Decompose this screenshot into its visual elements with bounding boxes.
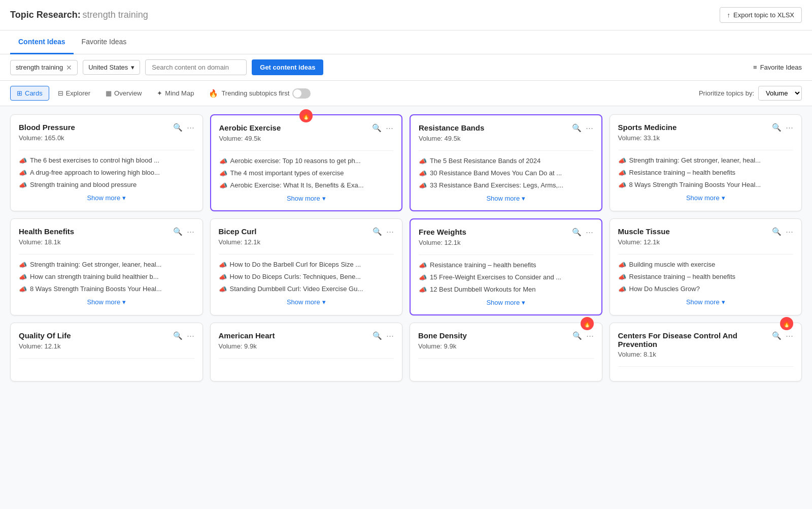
- search-icon[interactable]: 🔍: [772, 123, 782, 132]
- card-content-item: 📣 Resistance training – health benefits: [618, 169, 794, 177]
- card-volume: Volume: 49.5k: [419, 135, 593, 142]
- search-icon[interactable]: 🔍: [572, 123, 582, 133]
- more-icon[interactable]: ⋯: [187, 331, 194, 340]
- view-mindmap-button[interactable]: ✦ Mind Map: [150, 86, 200, 101]
- view-overview-button[interactable]: ▦ Overview: [99, 86, 148, 101]
- show-more-button[interactable]: Show more ▾: [219, 195, 394, 202]
- megaphone-icon: 📣: [618, 285, 626, 293]
- card-divider: [419, 254, 593, 255]
- search-icon[interactable]: 🔍: [173, 331, 183, 340]
- more-icon[interactable]: ⋯: [187, 123, 194, 132]
- view-explorer-button[interactable]: ⊟ Explorer: [51, 86, 97, 101]
- search-icon[interactable]: 🔍: [372, 123, 382, 133]
- megaphone-icon: 📣: [419, 170, 427, 177]
- card-content-item: 📣 Aerobic exercise: Top 10 reasons to ge…: [219, 157, 394, 165]
- card-item: Muscle Tissue 🔍 ⋯ Volume: 12.1k 📣 Buildi…: [610, 218, 802, 315]
- domain-search-input[interactable]: [145, 59, 247, 75]
- megaphone-icon: 📣: [219, 285, 227, 293]
- card-header: Health Benefits 🔍 ⋯: [19, 227, 194, 236]
- more-icon[interactable]: ⋯: [786, 227, 793, 236]
- show-more-button[interactable]: Show more ▾: [19, 298, 194, 306]
- card-content-item: 📣 Building muscle with exercise: [618, 261, 794, 269]
- more-icon[interactable]: ⋯: [187, 227, 194, 236]
- clear-search-button[interactable]: ✕: [66, 63, 72, 72]
- export-button[interactable]: ↑ Export topic to XLSX: [720, 7, 802, 23]
- card-volume: Volume: 49.5k: [219, 135, 394, 142]
- megaphone-icon: 📣: [618, 261, 626, 269]
- search-icon[interactable]: 🔍: [572, 331, 582, 340]
- card-item: Sports Medicine 🔍 ⋯ Volume: 33.1k 📣 Stre…: [610, 114, 802, 211]
- megaphone-icon: 📣: [19, 181, 27, 189]
- favorite-ideas-link[interactable]: ≡ Favorite Ideas: [753, 63, 802, 71]
- show-more-button[interactable]: Show more ▾: [219, 298, 394, 306]
- card-content-item: 📣 8 Ways Strength Training Boosts Your H…: [618, 181, 794, 189]
- card-volume: Volume: 12.1k: [618, 238, 794, 246]
- country-dropdown[interactable]: United States ▾: [83, 60, 140, 75]
- card-divider: [19, 150, 194, 150]
- trending-toggle[interactable]: [292, 88, 311, 99]
- megaphone-icon: 📣: [618, 273, 626, 281]
- view-cards-button[interactable]: ⊞ Cards: [10, 86, 49, 101]
- search-icon[interactable]: 🔍: [572, 228, 582, 237]
- chevron-down-icon: ▾: [722, 298, 725, 306]
- search-icon[interactable]: 🔍: [373, 331, 382, 340]
- controls-bar: strength training ✕ United States ▾ Get …: [0, 54, 812, 81]
- card-title: Free Weights: [419, 228, 466, 236]
- more-icon[interactable]: ⋯: [386, 331, 394, 340]
- mindmap-icon: ✦: [157, 89, 162, 97]
- search-icon[interactable]: 🔍: [173, 227, 183, 236]
- card-item: Blood Pressure 🔍 ⋯ Volume: 165.0k 📣 The …: [10, 114, 203, 211]
- card-content-item: 📣 30 Resistance Band Moves You Can Do at…: [419, 169, 593, 177]
- card-title: Sports Medicine: [618, 123, 677, 132]
- card-divider: [219, 150, 394, 151]
- megaphone-icon: 📣: [618, 157, 626, 165]
- card-title: Quality Of Life: [19, 331, 71, 340]
- fire-badge: 🔥: [299, 109, 313, 122]
- megaphone-icon: 📣: [219, 157, 227, 165]
- show-more-button[interactable]: Show more ▾: [419, 195, 593, 202]
- card-content-item: 📣 Resistance training – health benefits: [618, 273, 794, 281]
- card-content-item: 📣 How to Do the Barbell Curl for Biceps …: [219, 261, 394, 269]
- card-volume: Volume: 12.1k: [419, 239, 593, 246]
- card-header: American Heart 🔍 ⋯: [219, 331, 394, 340]
- show-more-button[interactable]: Show more ▾: [618, 298, 794, 306]
- card-volume: Volume: 12.1k: [219, 238, 394, 246]
- card-volume: Volume: 33.1k: [618, 134, 794, 142]
- tab-favorite-ideas[interactable]: Favorite Ideas: [74, 30, 135, 54]
- tab-content-ideas[interactable]: Content Ideas: [10, 30, 74, 54]
- megaphone-icon: 📣: [419, 157, 427, 165]
- more-icon[interactable]: ⋯: [386, 123, 393, 133]
- search-icon[interactable]: 🔍: [772, 227, 782, 236]
- more-icon[interactable]: ⋯: [786, 123, 793, 132]
- show-more-button[interactable]: Show more ▾: [419, 299, 593, 306]
- search-icon[interactable]: 🔍: [373, 227, 382, 236]
- card-content-item: 📣 Strength training: Get stronger, leane…: [618, 156, 794, 165]
- card-content-item: 📣 12 Best Dumbbell Workouts for Men: [419, 285, 593, 294]
- volume-select[interactable]: Volume: [758, 86, 802, 101]
- card-content-item: 📣 15 Free-Weight Exercises to Consider a…: [419, 273, 593, 281]
- card-divider: [19, 358, 194, 359]
- card-content-item: 📣 Resistance training – health benefits: [419, 261, 593, 269]
- get-ideas-button[interactable]: Get content ideas: [252, 59, 323, 75]
- search-tag: strength training ✕: [10, 60, 78, 75]
- megaphone-icon: 📣: [219, 273, 227, 281]
- megaphone-icon: 📣: [19, 261, 27, 269]
- card-header: Aerobic Exercise 🔍 ⋯: [219, 123, 394, 133]
- chevron-down-icon: ▾: [122, 194, 126, 202]
- more-icon[interactable]: ⋯: [586, 228, 593, 237]
- more-icon[interactable]: ⋯: [586, 331, 594, 340]
- more-icon[interactable]: ⋯: [586, 123, 593, 133]
- search-icon[interactable]: 🔍: [772, 331, 782, 340]
- chevron-down-icon: ▾: [131, 63, 134, 71]
- show-more-button[interactable]: Show more ▾: [19, 194, 194, 202]
- more-icon[interactable]: ⋯: [786, 331, 793, 340]
- card-divider: [219, 358, 394, 359]
- search-icon[interactable]: 🔍: [173, 123, 183, 132]
- show-more-button[interactable]: Show more ▾: [618, 194, 794, 202]
- card-actions: 🔍 ⋯: [772, 123, 793, 132]
- card-divider: [418, 358, 594, 359]
- more-icon[interactable]: ⋯: [386, 227, 394, 236]
- card-divider: [618, 254, 794, 254]
- card-content-item: 📣 33 Resistance Band Exercises: Legs, Ar…: [419, 181, 593, 189]
- top-bar: Topic Research: strength training ↑ Expo…: [0, 0, 812, 30]
